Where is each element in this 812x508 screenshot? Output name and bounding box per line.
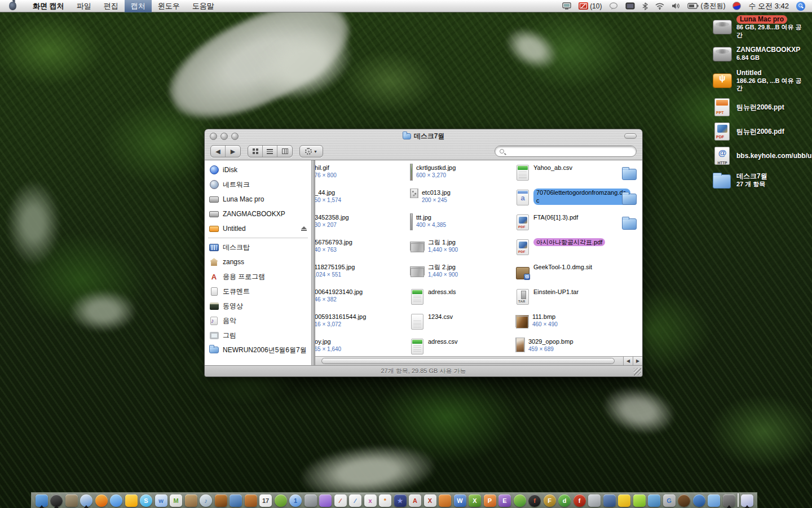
menu-app[interactable]: 화면 캡처 — [27, 0, 70, 12]
file-item[interactable]: 200641923140.jpg446 × 382 — [315, 288, 363, 304]
dock-photo-frame-icon[interactable] — [722, 493, 735, 507]
list-view-button[interactable] — [263, 146, 277, 157]
file-item[interactable]: adress.xls — [410, 288, 456, 306]
file-item[interactable]: GGeekTool-1.0.dmg.sit — [515, 263, 592, 281]
dock-rubber-duck-icon[interactable] — [618, 493, 631, 507]
dock-finder-icon[interactable] — [35, 493, 48, 507]
sidebar-item-도큐멘트[interactable]: 도큐멘트 — [205, 284, 311, 299]
dock-photo-album-icon[interactable] — [214, 493, 227, 507]
dock-word-icon[interactable]: W — [453, 493, 466, 507]
dock-dark-globe-icon[interactable] — [678, 493, 691, 507]
file-item[interactable]: PDF아시아나항공시각표.pdf — [515, 238, 605, 256]
dock-flash-icon[interactable]: f — [528, 493, 541, 507]
file-item[interactable]: 1234.csv — [410, 313, 453, 331]
screen-sharing-icon[interactable] — [562, 0, 571, 12]
dock-freehand-icon[interactable]: F — [543, 493, 556, 507]
dock-projector-icon[interactable] — [304, 493, 317, 507]
scroll-left-button[interactable]: ◀ — [623, 357, 633, 365]
dock-skype-icon[interactable]: S — [140, 493, 153, 507]
dock-office-x-icon[interactable]: X — [423, 493, 436, 507]
file-item[interactable]: TAREinstein-UP1.tar — [515, 288, 579, 306]
column-view-button[interactable] — [277, 146, 292, 157]
dock-notebook-icon[interactable] — [184, 493, 197, 507]
menu-window[interactable]: 윈도우 — [152, 0, 186, 12]
file-item[interactable]: 2005913161544.jpg316 × 3,072 — [315, 313, 366, 329]
forward-button[interactable]: ▶ — [226, 146, 240, 157]
wifi-icon[interactable] — [655, 0, 664, 12]
sidebar-item-그림[interactable]: 그림 — [205, 328, 311, 343]
zoom-button[interactable] — [231, 133, 239, 140]
dock-safari-icon[interactable] — [80, 493, 93, 507]
search-field[interactable] — [495, 146, 637, 157]
dock-doc-flower-icon[interactable]: * — [379, 493, 392, 507]
scroll-right-button[interactable]: ▶ — [633, 357, 642, 365]
dock-flash-player-icon[interactable]: f — [573, 493, 586, 507]
file-item[interactable]: etc013.jpg200 × 245 — [410, 189, 451, 204]
dock-writeboard-icon[interactable]: w — [155, 493, 167, 507]
dock-world-game-icon[interactable] — [648, 493, 661, 507]
menu-bar-clock[interactable]: 수 오전 3:42 — [748, 1, 789, 11]
file-item[interactable]: 1118275195.jpg1,024 × 551 — [315, 263, 355, 279]
file-item[interactable]: adress.csv — [410, 338, 458, 356]
sidebar-item-데스크탑[interactable]: 데스크탑 — [205, 240, 311, 255]
dock-yahoo-messenger-icon[interactable] — [125, 493, 138, 507]
minimize-button[interactable] — [220, 133, 228, 140]
action-menu-button[interactable]: ▼ — [299, 145, 323, 157]
desktop-item-folder[interactable]: 데스크7월27 개 항목 — [713, 170, 807, 190]
desktop-item-pdf[interactable]: PDF팀뉴런2006.pdf — [713, 122, 807, 141]
sidebar-item-Luna Mac pro[interactable]: Luna Mac pro — [205, 192, 311, 207]
dock-purple-pen-icon[interactable] — [319, 493, 332, 507]
file-item[interactable]: PDFFTA(06[1].3).pdf — [515, 213, 578, 231]
desktop-item-hd[interactable]: ZANGMACBOOKXP6.84 GB — [713, 45, 807, 64]
sidebar-item-zangss[interactable]: zangss — [205, 255, 311, 269]
close-button[interactable] — [210, 133, 217, 140]
file-item[interactable]: ckrtlgustkd.jpg600 × 3,270 — [410, 164, 456, 181]
dock-wmv-player-icon[interactable] — [274, 493, 287, 507]
dock-doc-feather-icon[interactable]: ∕ — [349, 493, 362, 507]
display-icon[interactable] — [625, 0, 635, 12]
dock-acrobat-reader-icon[interactable]: A — [409, 493, 422, 507]
spotlight-icon[interactable] — [796, 0, 805, 12]
sidebar-item-NEWRUN2006년5월6월7월[interactable]: NEWRUN2006년5월6월7월 — [205, 343, 311, 357]
horizontal-scrollbar[interactable]: ◀ ▶ — [315, 356, 642, 365]
resize-grip[interactable] — [634, 368, 641, 375]
mail-status-icon[interactable]: (10) — [579, 0, 602, 12]
dock-machard-icon[interactable]: M — [170, 493, 183, 507]
file-item-clipped[interactable] — [622, 164, 637, 182]
bluetooth-icon[interactable] — [642, 0, 648, 12]
file-item[interactable]: 23452358.jpg430 × 207 — [315, 213, 349, 229]
file-grid[interactable]: phil.gif676 × 8001_44.jpg550 × 1,5742345… — [315, 160, 642, 356]
ichat-icon[interactable] — [609, 0, 618, 12]
dock-flask-icon[interactable] — [633, 493, 646, 507]
file-item[interactable]: 그림 2.jpg1,440 × 900 — [410, 263, 458, 279]
sidebar-item-Untitled[interactable]: Untitled — [205, 221, 311, 236]
file-item[interactable]: boy.jpg365 × 1,640 — [315, 338, 341, 353]
dock-ichat-icon[interactable] — [110, 493, 123, 507]
dock-blue-folder-icon[interactable] — [708, 493, 721, 507]
menu-edit[interactable]: 편집 — [98, 0, 125, 12]
dock-preview-icon[interactable] — [65, 493, 78, 507]
dock-dreamweaver-icon[interactable]: d — [558, 493, 571, 507]
dock-snail-icon[interactable] — [439, 493, 452, 507]
menu-help[interactable]: 도움말 — [186, 0, 220, 12]
desktop-item-webloc[interactable]: @HTTPbbs.keyhole.com/ubb/ubbthreads.php/… — [713, 146, 807, 165]
dock-doc-quill-icon[interactable]: ∕ — [334, 493, 347, 507]
file-item[interactable]: 111.bmp460 × 490 — [515, 313, 558, 329]
icon-view-button[interactable] — [248, 146, 263, 157]
korean-input-icon[interactable] — [732, 0, 741, 12]
window-titlebar[interactable]: 데스크7월 — [205, 129, 642, 143]
desktop-item-ppt[interactable]: PPT팀뉴런2006.ppt — [713, 98, 807, 117]
scrollbar-thumb[interactable] — [321, 358, 615, 364]
dock-google-earth-icon[interactable] — [692, 493, 705, 507]
sidebar-item-음악[interactable]: ♪음악 — [205, 313, 311, 328]
dock-installer-box-icon[interactable]: G — [663, 493, 676, 507]
dock-flip4mac-icon[interactable]: 1 — [289, 493, 302, 507]
dock-ical-icon[interactable]: 17 — [259, 493, 272, 507]
battery-icon[interactable]: (충전됨) — [687, 0, 725, 12]
desktop-item-hd[interactable]: Luna Mac pro86 GB, 29.8...B 여유 공간 — [713, 15, 807, 40]
eject-icon[interactable] — [301, 226, 307, 231]
sidebar-item-동영상[interactable]: 동영상 — [205, 299, 311, 313]
file-item[interactable]: 1_44.jpg550 × 1,574 — [315, 189, 341, 204]
dock-doc-butterfly-icon[interactable]: x — [364, 493, 377, 507]
dock-msn-messenger-icon[interactable] — [513, 493, 526, 507]
